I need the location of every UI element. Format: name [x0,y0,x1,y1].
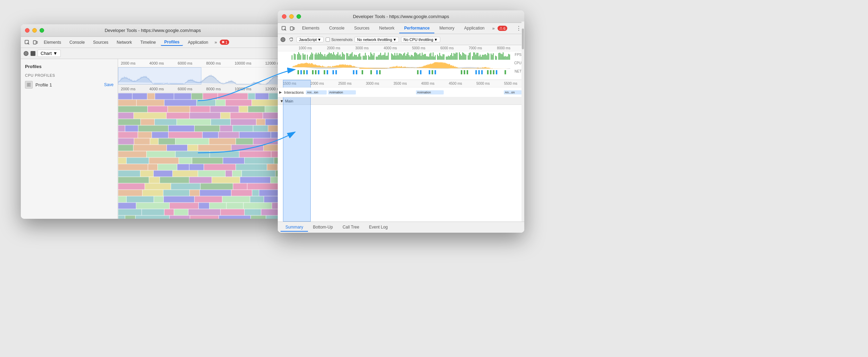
int-bar-label-0: Ani...ion [307,91,318,94]
ruler-mark-3: 8000 ms [206,61,221,65]
network-throttle-arrow: ▼ [393,38,397,42]
chart-dropdown-arrow: ▼ [53,51,58,56]
interaction-bar-3: An...on [504,90,523,94]
more-menu-icon-right[interactable]: ⋮ [516,25,521,32]
tl-mark-2: 2500 ms [338,82,351,85]
cb-box [326,38,330,42]
bottom-tab-bottomup[interactable]: Bottom-Up [308,223,337,232]
maximize-button-left[interactable] [40,28,44,33]
ov-mark-1: 2000 ms [327,46,340,50]
scrollbar-thumb[interactable] [522,28,524,49]
bottom-tab-summary[interactable]: Summary [281,223,308,232]
timeline-selection [283,80,311,222]
cpu-throttle-selector[interactable]: No CPU throttling ▼ [401,37,440,42]
perf-tab-network[interactable]: Network [374,24,399,33]
more-tabs-icon[interactable]: » [213,40,218,45]
screenshots-checkbox[interactable]: Screenshots [326,38,352,42]
traffic-lights-left [25,28,44,33]
tab-elements[interactable]: Elements [40,39,65,45]
ov-mark-4: 5000 ms [412,46,425,50]
ov-mark-2: 3000 ms [355,46,368,50]
int-bar-label-1: Animation [329,91,343,94]
tab-profiles[interactable]: Profiles [161,39,183,46]
scrollbar-right[interactable] [521,22,524,222]
inspect-icon[interactable] [24,39,31,46]
js-selector[interactable]: JavaScript ▼ [297,37,324,42]
left-window-title: Developer Tools - https://www.google.com… [105,28,201,33]
fps-label: FPS [515,53,521,57]
main-section-header[interactable]: ▼ Main [278,97,524,105]
right-window-title: Developer Tools - https://www.google.com… [353,14,449,19]
perf-tab-application[interactable]: Application [459,24,490,33]
left-toolbar-tabs: Elements Console Sources Network Timelin… [21,37,285,48]
tab-console[interactable]: Console [66,39,88,45]
ov-mark-0: 1000 ms [299,46,312,50]
int-bar-label-2: Animation [417,91,431,94]
minimize-button-left[interactable] [32,28,37,33]
ruler-mark-2: 6000 ms [178,61,192,65]
js-dropdown-arrow: ▼ [317,38,321,42]
profiles-sidebar: Profiles CPU PROFILES Profile 1 Save [21,59,118,219]
perf-tabs: Elements Console Sources Network Perform… [297,24,490,33]
inspect-icon-right[interactable] [281,25,287,32]
interactions-row: ▶ Interactions Ani...ion Animation Anima… [278,88,524,97]
tl-mark-1: 2000 ms [311,82,324,85]
device-icon-right[interactable] [289,25,296,32]
cpu-profiles-label: CPU PROFILES [21,72,118,79]
tab-application[interactable]: Application [184,39,212,45]
ov-mark-3: 4000 ms [384,46,397,50]
profile-item-1[interactable]: Profile 1 Save [21,79,118,91]
right-devtools-window: Developer Tools - https://www.google.com… [278,10,524,233]
perf-toolbar2: JavaScript ▼ Screenshots No network thro… [278,34,524,45]
flame-overview-left [118,67,285,85]
tab-network[interactable]: Network [113,39,135,45]
more-tabs-icon-right[interactable]: » [491,26,496,31]
perf-tab-memory[interactable]: Memory [434,24,459,33]
tab-timeline[interactable]: Timeline [137,39,159,45]
tl-mark-8: 5500 ms [504,82,517,85]
tl-mark-5: 4000 ms [421,82,434,85]
flame-chart-left[interactable] [118,93,285,219]
bottom-tabs: Summary Bottom-Up Call Tree Event Log [278,222,524,233]
interaction-bar-1: Animation [328,90,356,94]
error-icon: ✖ [222,40,225,44]
perf-tab-console[interactable]: Console [324,24,349,33]
close-button-right[interactable] [282,14,286,19]
minimize-button-right[interactable] [289,14,294,19]
perf-toolbar1: Elements Console Sources Network Perform… [278,23,524,34]
perf-tab-performance[interactable]: Performance [399,24,434,33]
record-button-left[interactable] [24,51,28,56]
profiles-content: Profiles CPU PROFILES Profile 1 Save [21,59,285,219]
tab-sources[interactable]: Sources [90,39,112,45]
warning-badge-right: ⚠ 6 [498,26,507,31]
interaction-bar-2: Animation [416,90,444,94]
chart-selector[interactable]: Chart ▼ [37,50,61,57]
maximize-button-right[interactable] [297,14,301,19]
perf-tab-sources[interactable]: Sources [349,24,374,33]
perf-tab-elements[interactable]: Elements [297,24,324,33]
record-button-right[interactable] [281,37,285,42]
stop-button-left[interactable] [31,51,35,56]
error-badge-left: ✖ 1 [220,40,229,45]
timeline-ruler2: 1500 ms 2000 ms 2500 ms 3000 ms 3500 ms … [278,80,524,88]
device-icon[interactable] [32,39,39,46]
warning-icon: ⚠ [499,26,503,31]
timeline-ruler2-items: 1500 ms 2000 ms 2500 ms 3000 ms 3500 ms … [283,82,524,85]
net-bars [292,69,510,75]
perf-overview: 1000 ms 2000 ms 3000 ms 4000 ms 5000 ms … [278,45,524,80]
bottom-tab-eventlog[interactable]: Event Log [364,223,393,232]
bottom-tab-calltree[interactable]: Call Tree [338,223,364,232]
ov-mark-5: 6000 ms [440,46,453,50]
profile-icon-1 [25,81,33,89]
close-button-left[interactable] [25,28,30,33]
interactions-expand-arrow[interactable]: ▶ [279,90,282,94]
left-timeline-ruler: 2000 ms 4000 ms 6000 ms 8000 ms 10000 ms… [118,59,285,67]
profile-save-1[interactable]: Save [104,82,114,87]
network-throttle-selector[interactable]: No network throttling ▼ [354,37,399,42]
profile-name-1: Profile 1 [35,82,101,88]
right-title-bar: Developer Tools - https://www.google.com… [278,10,524,23]
int-bar-label-3: An...on [505,91,515,94]
network-throttle-label: No network throttling [357,38,392,42]
ov-mark-7: 8000 ms [497,46,510,50]
reload-icon[interactable] [287,36,294,43]
